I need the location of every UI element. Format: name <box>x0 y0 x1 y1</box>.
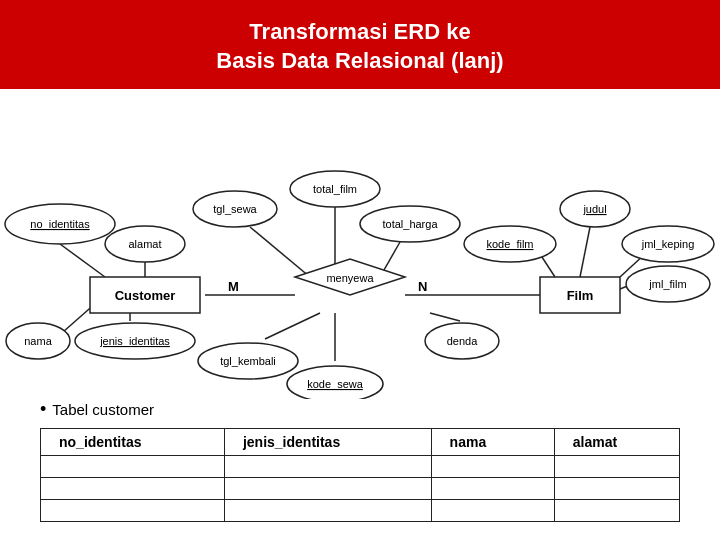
svg-line-9 <box>265 313 320 339</box>
svg-text:no_identitas: no_identitas <box>30 218 90 230</box>
table-header-row: no_identitas jenis_identitas nama alamat <box>41 429 680 456</box>
table-row <box>41 500 680 522</box>
svg-line-11 <box>430 313 460 321</box>
svg-text:tgl_kembali: tgl_kembali <box>220 355 276 367</box>
cell <box>224 478 431 500</box>
svg-text:total_harga: total_harga <box>382 218 438 230</box>
header-line2: Basis Data Relasional (lanj) <box>216 48 503 73</box>
erd-diagram: no_identitas alamat tgl_sewa total_film … <box>0 89 720 399</box>
cell <box>431 456 554 478</box>
col-header-no-identitas: no_identitas <box>41 429 225 456</box>
svg-text:alamat: alamat <box>128 238 161 250</box>
bullet-label: Tabel customer <box>52 401 154 418</box>
svg-text:kode_film: kode_film <box>486 238 533 250</box>
bullet-dot: • <box>40 399 46 420</box>
page-header: Transformasi ERD ke Basis Data Relasiona… <box>0 0 720 89</box>
bullet-item: • Tabel customer <box>40 399 680 420</box>
cell <box>41 478 225 500</box>
cell <box>41 456 225 478</box>
cell <box>554 478 679 500</box>
svg-text:jml_keping: jml_keping <box>641 238 695 250</box>
svg-text:kode_sewa: kode_sewa <box>307 378 364 390</box>
diagram-svg: no_identitas alamat tgl_sewa total_film … <box>0 89 720 399</box>
table-row <box>41 456 680 478</box>
col-header-jenis-identitas: jenis_identitas <box>224 429 431 456</box>
col-header-alamat: alamat <box>554 429 679 456</box>
svg-text:judul: judul <box>582 203 606 215</box>
cell <box>431 478 554 500</box>
svg-text:denda: denda <box>447 335 478 347</box>
svg-text:total_film: total_film <box>313 183 357 195</box>
cell <box>224 456 431 478</box>
cell <box>554 456 679 478</box>
cell <box>554 500 679 522</box>
svg-text:jml_film: jml_film <box>648 278 686 290</box>
svg-line-0 <box>60 244 105 277</box>
svg-text:M: M <box>228 279 239 294</box>
svg-text:jenis_identitas: jenis_identitas <box>99 335 170 347</box>
svg-text:Customer: Customer <box>115 288 176 303</box>
svg-text:nama: nama <box>24 335 52 347</box>
svg-line-12 <box>580 227 590 277</box>
content-area: • Tabel customer no_identitas jenis_iden… <box>0 399 720 522</box>
cell <box>431 500 554 522</box>
svg-line-6 <box>250 227 310 277</box>
table-row <box>41 478 680 500</box>
cell <box>41 500 225 522</box>
svg-text:Film: Film <box>567 288 594 303</box>
cell <box>224 500 431 522</box>
svg-text:tgl_sewa: tgl_sewa <box>213 203 257 215</box>
customer-table: no_identitas jenis_identitas nama alamat <box>40 428 680 522</box>
col-header-nama: nama <box>431 429 554 456</box>
svg-text:menyewa: menyewa <box>326 272 374 284</box>
svg-text:N: N <box>418 279 427 294</box>
header-line1: Transformasi ERD ke <box>249 19 470 44</box>
